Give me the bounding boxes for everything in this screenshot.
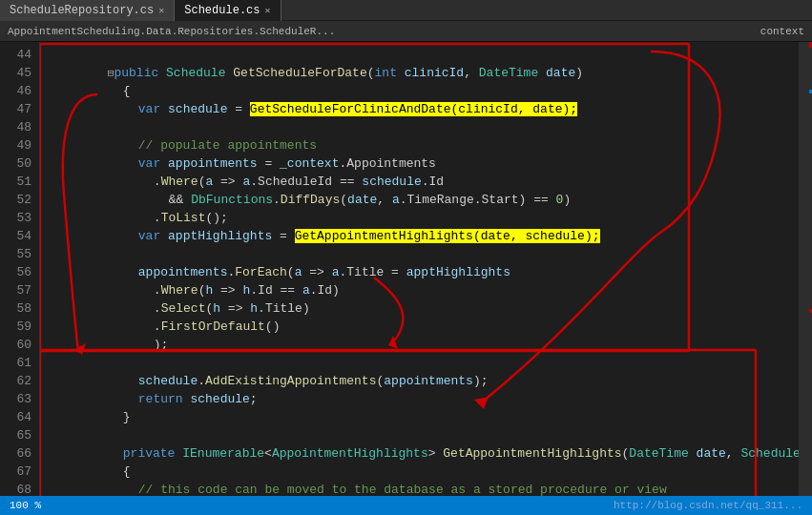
line-num: 50 [4,154,31,173]
line-num: 60 [4,336,31,354]
code-line-58: .FirstOrDefault() [48,299,791,318]
line-num: 58 [4,299,31,318]
line-num: 54 [4,227,31,245]
zoom-level[interactable]: 100 % [10,500,41,511]
code-line-66: { [48,444,791,463]
code-line-47 [48,100,791,118]
line-num: 65 [4,426,31,444]
code-line-55: appointments.ForEach(a => a.Title = appt… [48,245,791,263]
code-line-51: && DbFunctions.DiffDays(date, a.TimeRang… [48,173,791,191]
line-num: 46 [4,82,31,100]
code-line-52: .ToList(); [48,191,791,209]
line-num: 66 [4,444,31,463]
line-num: 45 [4,64,31,82]
code-line-61: schedule.AddExistingAppointments(appoint… [48,354,791,372]
code-line-50: .Where(a => a.ScheduleId == schedule.Id [48,154,791,173]
code-line-63: } [48,390,791,408]
code-line-48: // populate appointments [48,118,791,136]
breadcrumb: AppointmentScheduling.Data.Repositories.… [8,26,335,37]
line-num: 55 [4,245,31,263]
tab-close-icon[interactable]: ✕ [264,5,270,16]
code-line-45: { [48,64,791,82]
breadcrumb-bar: AppointmentScheduling.Data.Repositories.… [0,21,812,42]
line-num: 68 [4,481,31,496]
watermark-text: http://blog.csdn.net/qq_311... [614,500,802,511]
code-line-53: var apptHighlights = GetAppointmentHighl… [48,209,791,227]
title-bar: ScheduleRepository.cs ✕ Schedule.cs ✕ [0,0,812,21]
code-line-65: private IEnumerable<AppointmentHighlight… [48,426,791,444]
line-num: 53 [4,209,31,227]
code-line-49: var appointments = _context.Appointments [48,136,791,154]
status-bar: 100 % http://blog.csdn.net/qq_311... [0,496,812,515]
code-line-59: ); [48,318,791,336]
line-num: 62 [4,372,31,390]
code-line-62: return schedule; [48,372,791,390]
code-line-57: .Select(h => h.Title) [48,281,791,299]
line-num: 64 [4,408,31,426]
right-scrollbar[interactable] [799,42,812,496]
line-num: 52 [4,191,31,209]
tab-close-icon[interactable]: ✕ [158,5,164,16]
line-num: 67 [4,463,31,481]
line-num: 61 [4,354,31,372]
code-line-54 [48,227,791,245]
code-area[interactable]: ⊟public Schedule GetScheduleForDate(int … [40,42,799,496]
code-line-46: var schedule = GetScheduleForClinicAndDa… [48,82,791,100]
line-num: 56 [4,263,31,281]
code-line-64 [48,408,791,426]
line-num: 59 [4,318,31,336]
code-line-56: .Where(h => h.Id == a.Id) [48,263,791,281]
line-num: 44 [4,46,31,64]
line-num: 47 [4,100,31,118]
tab-schedule[interactable]: Schedule.cs ✕ [175,0,281,21]
line-num: 63 [4,390,31,408]
editor: 44 45 46 47 48 49 50 51 52 53 54 55 56 5… [0,42,812,496]
breadcrumb-context: context [760,26,804,37]
tab-label: Schedule.cs [184,4,260,17]
line-num: 49 [4,136,31,154]
code-line-60 [48,336,791,354]
code-line-68: var apptHighlightsTsql = @"SELECT A.Id, … [48,481,791,496]
tab-label: ScheduleRepository.cs [10,4,154,17]
code-line-67: // this code can be moved to the databas… [48,463,791,481]
line-numbers: 44 45 46 47 48 49 50 51 52 53 54 55 56 5… [0,42,40,496]
line-num: 57 [4,281,31,299]
line-num: 48 [4,118,31,136]
code-line-44: ⊟public Schedule GetScheduleForDate(int … [48,46,791,64]
tab-schedule-repository[interactable]: ScheduleRepository.cs ✕ [0,0,175,21]
line-num: 51 [4,173,31,191]
